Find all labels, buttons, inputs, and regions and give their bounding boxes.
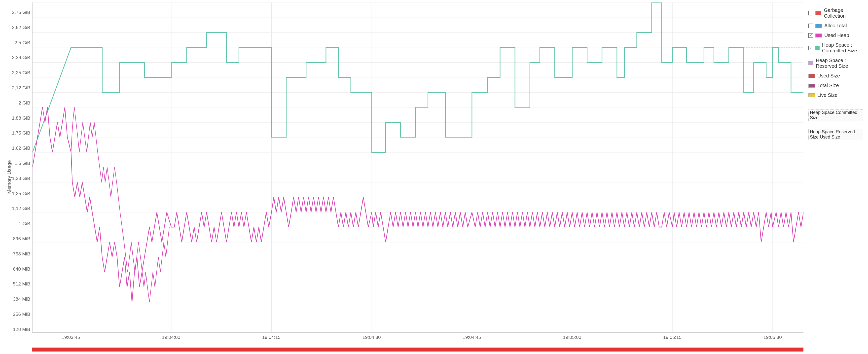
legend-swatch-heap-reserved xyxy=(808,61,813,65)
y-tick: 2,62 GiB xyxy=(2,25,30,30)
legend-label-heap-reserved: Heap Space : Reserved Size xyxy=(816,58,863,69)
legend-swatch-garbage xyxy=(815,11,821,15)
y-tick: 2,25 GiB xyxy=(2,70,30,75)
legend-item-alloc-total: Alloc Total xyxy=(808,23,863,29)
timeline-bar xyxy=(32,348,803,352)
x-tick-7: 19:05:15 xyxy=(663,335,682,340)
legend-label-live-size: Live Size xyxy=(817,92,837,98)
legend-label-heap-committed: Heap Space : Committed Size xyxy=(822,42,863,54)
chart-area: 19:03:45 19:04:00 19:04:15 19:04:30 19:0… xyxy=(32,2,803,352)
legend-item-garbage-collection: Garbage Collection xyxy=(808,7,863,19)
x-axis: 19:03:45 19:04:00 19:04:15 19:04:30 19:0… xyxy=(32,333,803,348)
legend-swatch-used-size xyxy=(808,74,815,78)
heap-reserved-annotation: Heap Space Reserved Size Used Size xyxy=(808,129,863,140)
y-tick: 256 MiB xyxy=(2,312,30,317)
legend-swatch-used-heap xyxy=(815,33,822,37)
heap-committed-label: Heap Space Committed Size xyxy=(808,109,863,121)
legend-item-used-heap: Used Heap xyxy=(808,33,863,38)
legend-swatch-alloc xyxy=(815,24,822,28)
legend-checkbox-used-heap[interactable] xyxy=(808,33,813,38)
legend-item-used-size: Used Size xyxy=(808,73,863,79)
y-tick: 1,75 GiB xyxy=(2,131,30,135)
x-tick-3: 19:04:15 xyxy=(262,335,281,340)
legend-label-garbage: Garbage Collection xyxy=(824,7,863,19)
chart-svg xyxy=(33,2,803,332)
y-tick: 640 MiB xyxy=(2,267,30,271)
legend-label-alloc: Alloc Total xyxy=(824,23,847,29)
y-tick: 1,62 GiB xyxy=(2,146,30,151)
chart-svg-area xyxy=(32,2,803,333)
legend-item-total-size: Total Size xyxy=(808,83,863,88)
legend-item-heap-committed: Heap Space : Committed Size xyxy=(808,42,863,54)
heap-reserved-label: Heap Space Reserved Size Used Size xyxy=(808,129,863,140)
x-tick-6: 19:05:00 xyxy=(563,335,581,340)
x-tick-5: 19:04:45 xyxy=(463,335,481,340)
legend-swatch-total-size xyxy=(808,84,815,88)
y-tick: 2,75 GiB xyxy=(2,10,30,14)
legend-checkbox-alloc[interactable] xyxy=(808,24,813,28)
y-tick: 2,5 GiB xyxy=(2,40,30,45)
legend-checkbox-heap-committed[interactable] xyxy=(808,46,813,50)
y-tick: 512 MiB xyxy=(2,282,30,286)
x-tick-8: 19:05:30 xyxy=(764,335,782,340)
x-tick-2: 19:04:00 xyxy=(162,335,180,340)
y-axis: Memory Usage 2,75 GiB 2,62 GiB 2,5 GiB 2… xyxy=(0,2,32,352)
y-tick: 384 MiB xyxy=(2,297,30,301)
legend-label-used-heap: Used Heap xyxy=(824,33,849,38)
legend-label-total-size: Total Size xyxy=(817,83,839,88)
legend-checkbox-garbage[interactable] xyxy=(808,11,813,15)
y-axis-label: Memory Usage xyxy=(6,160,12,194)
y-tick: 2 GiB xyxy=(2,100,30,105)
legend-item-live-size: Live Size xyxy=(808,92,863,98)
y-tick: 896 MiB xyxy=(2,236,30,241)
chart-container: Memory Usage 2,75 GiB 2,62 GiB 2,5 GiB 2… xyxy=(0,0,868,354)
legend-swatch-heap-committed xyxy=(815,46,819,50)
legend-item-heap-reserved: Heap Space : Reserved Size xyxy=(808,58,863,69)
x-tick-1: 19:03:45 xyxy=(62,335,80,340)
x-tick-4: 19:04:30 xyxy=(363,335,381,340)
y-tick: 2,12 GiB xyxy=(2,86,30,90)
y-tick: 1,12 GiB xyxy=(2,206,30,211)
y-tick: 768 MiB xyxy=(2,252,30,256)
legend-label-used-size: Used Size xyxy=(817,73,840,79)
y-tick: 1,88 GiB xyxy=(2,116,30,120)
y-tick: 1 GiB xyxy=(2,221,30,226)
legend-swatch-live-size xyxy=(808,93,815,97)
y-tick: 2,38 GiB xyxy=(2,55,30,60)
legend: Garbage Collection Alloc Total Used Heap… xyxy=(803,2,868,352)
heap-committed-annotation: Heap Space Committed Size xyxy=(808,109,863,121)
y-tick: 128 MiB xyxy=(2,327,30,332)
